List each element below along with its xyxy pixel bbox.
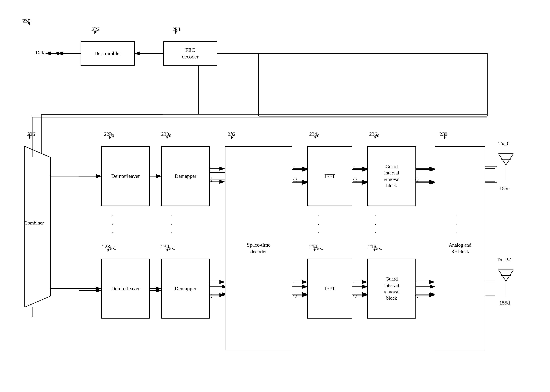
ref-155d: 155d <box>499 300 510 306</box>
antenna-tx0 <box>495 148 517 182</box>
dots-deinterleaver: ··· <box>111 212 113 237</box>
deinterleaver-bot-block: Deinterleaver <box>101 259 150 319</box>
ref-232-arrow <box>230 131 241 140</box>
txp-label: Tx_P-1 <box>497 257 512 263</box>
ref-155c: 155c <box>499 186 509 191</box>
deinterleaver-top-block: Deinterleaver <box>101 146 150 206</box>
combiner-shape <box>22 146 52 307</box>
signal-q-st-top: Q <box>293 177 297 182</box>
signal-q-guard-bot: Q <box>415 293 419 299</box>
signal-q-st-bot: Q <box>293 293 297 299</box>
demapper-bot-block: Demapper <box>161 259 210 319</box>
diagram: 220 222 224 Data <box>0 0 550 392</box>
ifft-bot-block: IFFT <box>307 259 352 319</box>
signal-i-demapper-bot: I <box>209 282 211 287</box>
signal-q-ifft-bot: Q <box>353 293 357 299</box>
guard-bot-block: Guardintervalremovalblock <box>367 259 416 319</box>
ref-234-0-arrow <box>313 131 324 140</box>
ref-224-arrow <box>172 26 184 35</box>
ref-230-0-arrow <box>165 131 176 140</box>
data-arrow <box>45 51 60 56</box>
signal-q-demapper-bot: Q <box>209 293 213 299</box>
ifft-top-block: IFFT <box>307 146 352 206</box>
combiner-label: Combiner <box>24 220 44 226</box>
fec-decoder-block: FECdecoder <box>163 41 217 66</box>
ref-222-arrow <box>92 26 103 35</box>
analog-rf-block: Analog andRF block <box>435 146 485 350</box>
descrambler-block: Descrambler <box>81 41 135 66</box>
signal-q-guard-top: Q <box>415 177 419 182</box>
tx0-label: Tx_0 <box>498 140 509 147</box>
signal-q-demapper-top: Q <box>209 177 213 182</box>
ref-226-arrow <box>27 131 38 140</box>
ref-238-arrow <box>442 131 453 140</box>
signal-i-st-top: I <box>293 165 295 171</box>
data-label: Data <box>36 50 46 56</box>
signal-i-guard-top: I <box>415 165 417 171</box>
demapper-top-block: Demapper <box>161 146 210 206</box>
signal-i-demapper-top: I <box>209 165 211 171</box>
ref-214-p1-arrow <box>312 244 323 253</box>
dots-demapper: ··· <box>171 212 172 237</box>
signal-q-ifft-top: Q <box>353 177 357 182</box>
ref-236-0-arrow <box>373 131 384 140</box>
signal-i-guard-bot: I <box>415 282 417 287</box>
dots-guard: ··· <box>375 212 377 237</box>
antenna-txp <box>495 264 517 298</box>
dots-ifft: ··· <box>318 212 320 237</box>
dots-analog: ··· <box>455 212 457 237</box>
ref-230-p1-arrow <box>165 244 176 253</box>
ref-228-0-arrow <box>108 131 119 140</box>
ref-228-p1-arrow <box>106 244 117 253</box>
signal-i-ifft-bot: I <box>353 282 355 287</box>
guard-top-block: Guardintervalremovalblock <box>367 146 416 206</box>
signal-i-ifft-top: I <box>353 165 355 171</box>
signal-i-st-bot: I <box>293 282 295 287</box>
ref-220-arrow <box>19 18 34 33</box>
svg-marker-48 <box>24 146 51 307</box>
ref-216-p1-arrow <box>372 244 383 253</box>
spacetime-decoder-block: Space-timedecoder <box>225 146 292 350</box>
